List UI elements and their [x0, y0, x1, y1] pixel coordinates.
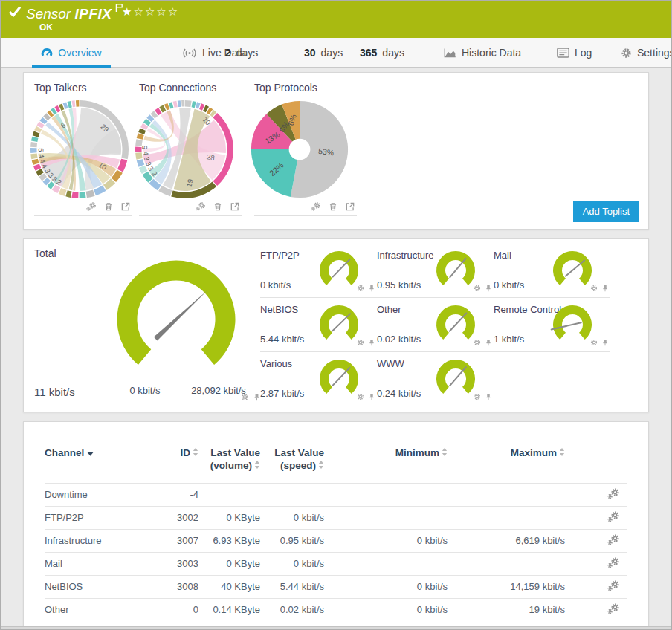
pin-icon[interactable] [601, 285, 609, 292]
gauge-cell-various: Various 2.87 kbit/s [260, 352, 377, 406]
gear-icon[interactable] [590, 285, 598, 292]
gear-icon[interactable] [241, 393, 249, 401]
remote-control-gauge [549, 303, 595, 345]
toplist-settings-icon[interactable] [311, 201, 321, 212]
svg-text:5: 5 [37, 148, 45, 152]
toplist-top-connections: Top Connections 102819233345 [139, 82, 242, 216]
pin-icon[interactable] [368, 285, 375, 292]
channel-settings-icon[interactable] [607, 603, 620, 614]
channel-settings-icon[interactable] [607, 580, 620, 591]
channel-gauges-grid: FTP/P2P 0 kbit/s Infrastructure 0.95 kbi… [260, 244, 610, 406]
gauge-cell-other: Other 0.02 kbit/s [377, 298, 494, 352]
pin-icon[interactable] [485, 285, 492, 292]
channel-name: Mail [45, 558, 152, 569]
gauge-min-label: 0 kbit/s [115, 385, 175, 396]
toplist-settings-icon[interactable] [196, 201, 206, 212]
priority-rating[interactable]: ★☆☆☆☆ [122, 5, 179, 19]
gear-icon[interactable] [474, 339, 481, 346]
channel-settings-icon[interactable] [607, 488, 620, 499]
gauge-cell-infrastructure: Infrastructure 0.95 kbit/s [377, 244, 494, 298]
pin-icon[interactable] [368, 339, 375, 346]
gauge-cell-mail: Mail 0 kbit/s [494, 244, 610, 298]
channel-name: Downtime [45, 489, 152, 500]
tab-log[interactable]: Log [554, 38, 595, 68]
external-link-icon[interactable] [345, 201, 355, 212]
netbios-gauge [316, 303, 362, 345]
sensor-name: IPFIX [74, 6, 112, 22]
column-header-channel[interactable]: Channel [45, 447, 152, 460]
top-connections-chord-chart: 102819233345 [135, 100, 234, 199]
ftp-gauge [316, 249, 362, 290]
status-check-icon [8, 6, 22, 17]
tab-historic-data[interactable]: Historic Data [441, 38, 524, 68]
svg-text:4: 4 [142, 151, 150, 155]
app-window: Sensor IPFIX ★☆☆☆☆ OK Overview Live Data… [0, 0, 672, 630]
tab-overview[interactable]: Overview [32, 38, 111, 68]
table-row: Downtime -4 [45, 483, 627, 506]
toplists-panel: Top Talkers 6291023334445 Top Connection… [23, 72, 649, 230]
gear-icon[interactable] [474, 285, 481, 292]
tab-settings[interactable]: Settings [618, 38, 672, 68]
toplist-settings-icon[interactable] [86, 201, 97, 212]
total-gauge-value: 11 kbit/s [34, 386, 75, 398]
gear-icon [621, 48, 632, 59]
pin-icon[interactable] [368, 393, 375, 400]
tab-2-days[interactable]: 2 days [222, 38, 261, 68]
svg-text:5: 5 [140, 145, 149, 149]
gauge-icon [41, 47, 53, 59]
gear-icon[interactable] [357, 393, 364, 400]
status-badge: OK [39, 22, 53, 33]
trash-icon[interactable] [213, 201, 223, 212]
add-toplist-button[interactable]: Add Toplist [573, 201, 639, 222]
toplist-title: Top Talkers [34, 82, 132, 94]
channels-table-panel: Channel ID Last Value (volume) Last Valu… [23, 421, 649, 630]
column-header-id[interactable]: ID [152, 447, 198, 460]
gear-icon[interactable] [474, 393, 481, 400]
pin-icon[interactable] [485, 339, 492, 346]
trash-icon[interactable] [103, 201, 114, 212]
trash-icon[interactable] [328, 201, 338, 212]
total-gauge [91, 251, 262, 381]
other-gauge [433, 303, 479, 345]
table-header-row: Channel ID Last Value (volume) Last Valu… [45, 447, 627, 472]
pin-icon[interactable] [601, 339, 609, 346]
table-row: NetBIOS 3008 40 KByte 5.44 kbit/s 0 kbit… [45, 575, 627, 598]
gear-icon[interactable] [357, 285, 364, 292]
table-row: Other 0 0.14 KByte 0.02 kbit/s 0 kbit/s … [45, 598, 627, 621]
column-header-maximum[interactable]: Maximum [448, 447, 565, 460]
tab-30-days[interactable]: 30 days [301, 38, 346, 68]
toplist-title: Top Protocols [254, 82, 357, 94]
table-row: FTP/P2P 3002 0 KByte 0 kbit/s [45, 506, 627, 529]
sensor-title: Sensor IPFIX [26, 3, 123, 22]
channel-name: Infrastructure [45, 535, 152, 546]
infrastructure-gauge [433, 249, 479, 290]
total-gauge-title: Total [34, 247, 56, 259]
channel-settings-icon[interactable] [607, 557, 620, 568]
sort-icon [318, 461, 324, 469]
column-header-minimum[interactable]: Minimum [324, 447, 448, 460]
sort-icon [442, 448, 448, 456]
horizontal-scrollbar[interactable] [1, 626, 671, 629]
top-talkers-chord-chart: 6291023334445 [30, 100, 129, 199]
external-link-icon[interactable] [120, 201, 131, 212]
gear-icon[interactable] [590, 339, 598, 346]
list-icon [557, 48, 569, 58]
tab-365-days[interactable]: 365 days [357, 38, 407, 68]
toplist-top-talkers: Top Talkers 6291023334445 [34, 82, 132, 216]
www-gauge [433, 357, 479, 399]
external-link-icon[interactable] [230, 201, 240, 212]
tab-bar: Overview Live Data 2 days 30 days 365 da… [1, 38, 671, 68]
gauges-panel: Total 0 kbit/s 28,092 kbit/s 11 kbit/s F… [23, 238, 649, 412]
table-row: Infrastructure 3007 6.93 KByte 0.95 kbit… [45, 529, 627, 552]
channel-settings-icon[interactable] [607, 534, 620, 545]
gauge-cell-ftp-p2p: FTP/P2P 0 kbit/s [260, 244, 377, 298]
gauge-cell-www: WWW 0.24 kbit/s [377, 352, 494, 406]
table-row: Mail 3003 0 KByte 0 kbit/s [45, 552, 627, 575]
toplist-top-protocols: Top Protocols 53%22%13%6%6% [254, 82, 357, 216]
channel-settings-icon[interactable] [607, 511, 620, 522]
column-header-last-value-volume[interactable]: Last Value (volume) [198, 447, 260, 472]
column-header-last-value-speed[interactable]: Last Value (speed) [260, 447, 324, 472]
pin-icon[interactable] [485, 393, 492, 400]
gear-icon[interactable] [357, 339, 364, 346]
broadcast-icon [182, 48, 197, 58]
